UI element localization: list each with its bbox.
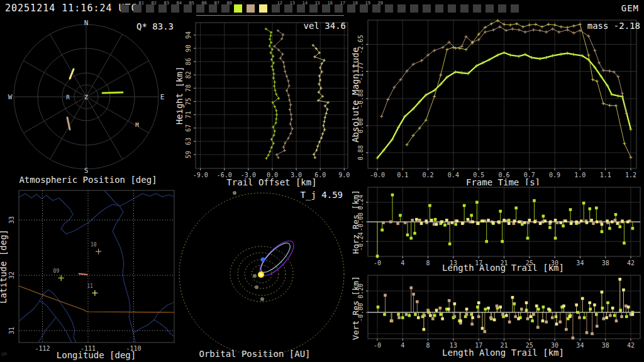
svg-text:78: 78 bbox=[185, 84, 192, 92]
trail-offset-plot: -9.0-6.0-3.00.03.06.09.09490868278757167… bbox=[176, 18, 352, 187]
svg-text:34: 34 bbox=[576, 342, 584, 349]
frame-square bbox=[121, 4, 129, 13]
q-asterisk-annotation: Q* 83.3 bbox=[136, 21, 174, 31]
frame-label: 09 bbox=[240, 1, 245, 6]
sun-core bbox=[260, 273, 262, 276]
frame-square bbox=[385, 4, 393, 13]
orbital-position-title: Orbital Position [AU] bbox=[199, 349, 310, 359]
station-marker-09 bbox=[58, 275, 64, 281]
frame-label: 14 bbox=[303, 1, 308, 6]
svg-text:86: 86 bbox=[185, 58, 192, 65]
frame-label: 10 bbox=[252, 1, 257, 6]
svg-text:94: 94 bbox=[185, 31, 192, 39]
trail-offset-xlabel: Trail Offset [km] bbox=[226, 177, 316, 187]
frame-square bbox=[397, 4, 406, 13]
svg-text:0.1: 0.1 bbox=[397, 172, 408, 178]
frame-cell-blank-25[interactable] bbox=[435, 0, 447, 18]
svg-text:-9.0: -9.0 bbox=[193, 172, 208, 178]
sky-markers: ZRM bbox=[66, 94, 139, 128]
svg-text:4: 4 bbox=[401, 342, 404, 349]
frame-cell-blank-31[interactable] bbox=[510, 0, 523, 18]
frame-label: 01 bbox=[139, 1, 144, 6]
frame-cell-04[interactable]: 04 bbox=[170, 0, 183, 18]
svg-text:32: 32 bbox=[8, 272, 15, 279]
frame-square bbox=[511, 4, 519, 13]
frame-cell-03[interactable]: 03 bbox=[158, 0, 170, 18]
svg-text:0.9: 0.9 bbox=[549, 172, 560, 178]
svg-text:-112: -112 bbox=[35, 345, 50, 352]
svg-text:R: R bbox=[66, 94, 70, 101]
frame-cell-blank-23[interactable] bbox=[409, 0, 422, 18]
residual-series-10 bbox=[382, 219, 631, 226]
frame-square bbox=[410, 4, 418, 13]
svg-text:42: 42 bbox=[627, 260, 635, 266]
ground-map-panel: -112-111-110333231091011 Longitude [deg]… bbox=[0, 187, 176, 362]
meteor-analysis-screen: 20251214 11:16:24 UTC 010203040506070809… bbox=[0, 0, 644, 362]
frame-cell-blank-27[interactable] bbox=[460, 0, 472, 18]
svg-text:38: 38 bbox=[602, 260, 609, 266]
frame-label: 05 bbox=[189, 1, 194, 6]
frame-cell-blank-0[interactable] bbox=[120, 0, 133, 18]
atmospheric-position-title: Atmospheric Position [deg] bbox=[19, 175, 157, 185]
svg-text:W: W bbox=[8, 93, 13, 101]
frame-cell-blank-26[interactable] bbox=[447, 0, 460, 18]
horz-residuals-panel: -04813172125303438420.24-0.00-0.24 Lengt… bbox=[352, 185, 644, 273]
svg-text:67: 67 bbox=[185, 124, 192, 132]
atmospheric-position-panel: NSWEZRM Q* 83.3 Atmospheric Position [de… bbox=[0, 18, 176, 187]
height-ylabel: Height [km] bbox=[176, 67, 184, 125]
frame-label: 20 bbox=[378, 1, 383, 6]
frame-cell-02[interactable]: 02 bbox=[145, 0, 158, 18]
light-curve-panel: -0.00.10.20.40.50.60.70.91.01.11.2-2.65-… bbox=[352, 18, 644, 187]
svg-text:E: E bbox=[160, 93, 165, 101]
latitude-ylabel: Latitude [deg] bbox=[0, 229, 8, 304]
horz-length-xlabel: Length Along Trail [km] bbox=[442, 263, 564, 273]
svg-text:S: S bbox=[84, 167, 89, 175]
svg-text:10: 10 bbox=[91, 242, 97, 248]
frame-cell-18[interactable]: 18 bbox=[347, 0, 359, 18]
frame-cell-05[interactable]: 05 bbox=[183, 0, 196, 18]
frame-label: 06 bbox=[202, 1, 207, 6]
tisserand-annotation: T_j 4.59 bbox=[301, 190, 343, 200]
svg-text:0.4: 0.4 bbox=[448, 172, 459, 178]
longitude-xlabel: Longitude [deg] bbox=[57, 350, 136, 360]
frame-cell-blank-30[interactable] bbox=[497, 0, 510, 18]
frame-label: 17 bbox=[340, 1, 345, 6]
frame-label: 15 bbox=[315, 1, 320, 6]
station-marker-11 bbox=[92, 290, 97, 296]
frame-cell-01[interactable]: 01 bbox=[133, 0, 145, 18]
svg-text:0.88: 0.88 bbox=[357, 145, 364, 160]
frame-label: 03 bbox=[164, 1, 169, 6]
frame-cell-blank-21[interactable] bbox=[384, 0, 397, 18]
ground-map-plot: -112-111-110333231091011 Longitude [deg]… bbox=[0, 187, 176, 362]
svg-text:31: 31 bbox=[8, 327, 15, 334]
orbital-position-panel: T_j 4.59 Orbital Position [AU] bbox=[176, 187, 352, 362]
frame-label: 12 bbox=[277, 1, 282, 6]
map-gridlines bbox=[19, 190, 174, 343]
svg-text:-0.0: -0.0 bbox=[370, 172, 385, 178]
vert-residuals-plot: -04813172125303438420.20-0.00 Length Alo… bbox=[352, 273, 644, 362]
frame-cell-19[interactable]: 19 bbox=[359, 0, 372, 18]
station-marker-10 bbox=[96, 249, 101, 255]
light-curve-plot: -0.00.10.20.40.50.60.70.91.01.11.2-2.65-… bbox=[352, 18, 644, 187]
svg-text:34: 34 bbox=[576, 260, 584, 266]
frame-cell-blank-28[interactable] bbox=[472, 0, 485, 18]
frame-square bbox=[498, 4, 506, 13]
frame-label: 16 bbox=[328, 1, 333, 6]
svg-text:90: 90 bbox=[185, 45, 192, 52]
frame-cell-20[interactable]: 20 bbox=[372, 0, 384, 18]
svg-text:71: 71 bbox=[185, 111, 192, 119]
frame-cell-blank-24[interactable] bbox=[422, 0, 435, 18]
svg-text:82: 82 bbox=[185, 71, 192, 79]
frame-cell-blank-29[interactable] bbox=[485, 0, 497, 18]
svg-text:-0: -0 bbox=[374, 260, 381, 266]
residual-series-11 bbox=[417, 278, 634, 331]
shower-code: GEM bbox=[621, 3, 639, 13]
svg-text:Z: Z bbox=[84, 94, 88, 101]
frame-square bbox=[486, 4, 494, 13]
tick-marks bbox=[366, 202, 631, 258]
frame-label: 13 bbox=[290, 1, 295, 6]
lightcurve-series-11 bbox=[407, 21, 631, 157]
country-border bbox=[19, 286, 174, 312]
svg-text:1.0: 1.0 bbox=[574, 172, 586, 178]
frame-cell-blank-22[interactable] bbox=[397, 0, 409, 18]
